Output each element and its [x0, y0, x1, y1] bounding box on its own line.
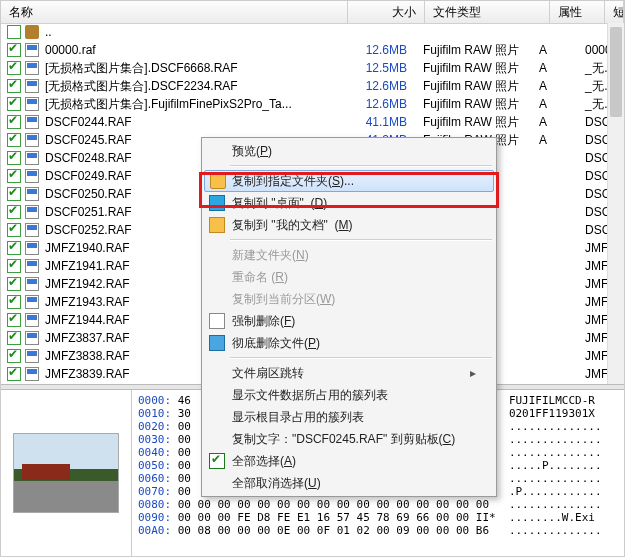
- raw-file-icon: [25, 259, 39, 273]
- checkbox[interactable]: [7, 223, 21, 237]
- checkbox[interactable]: [7, 367, 21, 381]
- checkbox[interactable]: [7, 169, 21, 183]
- raw-file-icon: [25, 115, 39, 129]
- delete-icon: [209, 313, 225, 329]
- file-type: Fujifilm RAW 照片: [415, 78, 531, 95]
- menu-preview[interactable]: 预览(P): [204, 140, 494, 162]
- column-header-name[interactable]: 名称: [1, 1, 348, 23]
- file-attr: A: [531, 61, 577, 75]
- file-row[interactable]: DSCF0244.RAF41.1MBFujifilm RAW 照片ADSCF02…: [1, 113, 624, 131]
- checkbox[interactable]: [7, 79, 21, 93]
- file-row[interactable]: [无损格式图片集合].DSCF6668.RAF12.5MBFujifilm RA…: [1, 59, 624, 77]
- file-size: 41.1MB: [347, 115, 415, 129]
- raw-file-icon: [25, 277, 39, 291]
- file-attr: A: [531, 79, 577, 93]
- file-size: 12.6MB: [347, 97, 415, 111]
- file-row[interactable]: [无损格式图片集合].DSCF2234.RAF12.6MBFujifilm RA…: [1, 77, 624, 95]
- wipe-icon: [209, 335, 225, 351]
- menu-copy-to-folder[interactable]: 复制到指定文件夹(S)...: [204, 170, 494, 192]
- checkbox[interactable]: [7, 295, 21, 309]
- file-size: 12.6MB: [347, 43, 415, 57]
- menu-copy-text[interactable]: 复制文字："DSCF0245.RAF" 到剪贴板(C): [204, 428, 494, 450]
- file-row[interactable]: [无损格式图片集合].FujifilmFinePixS2Pro_Ta...12.…: [1, 95, 624, 113]
- raw-file-icon: [25, 241, 39, 255]
- menu-deselect-all[interactable]: 全部取消选择(U): [204, 472, 494, 494]
- folder-up-icon: [25, 25, 39, 39]
- raw-file-icon: [25, 43, 39, 57]
- raw-file-icon: [25, 367, 39, 381]
- submenu-arrow-icon: ▸: [470, 366, 476, 380]
- file-name: 00000.raf: [45, 43, 347, 57]
- checkbox[interactable]: [7, 241, 21, 255]
- raw-file-icon: [25, 205, 39, 219]
- parent-dir-row[interactable]: ..: [1, 23, 624, 41]
- menu-show-file-clusters[interactable]: 显示文件数据所占用的簇列表: [204, 384, 494, 406]
- image-thumbnail: [13, 433, 119, 513]
- column-header-row: 名称 大小 文件类型 属性 短文件名: [1, 1, 624, 24]
- vertical-scrollbar[interactable]: [607, 23, 624, 386]
- checkbox-icon: [209, 453, 225, 469]
- scrollbar-thumb[interactable]: [610, 27, 622, 117]
- file-attr: A: [531, 133, 577, 147]
- file-attr: A: [531, 115, 577, 129]
- checkbox[interactable]: [7, 349, 21, 363]
- checkbox[interactable]: [7, 331, 21, 345]
- checkbox[interactable]: [7, 277, 21, 291]
- checkbox[interactable]: [7, 151, 21, 165]
- checkbox[interactable]: [7, 97, 21, 111]
- column-header-shortname[interactable]: 短文件名: [605, 1, 624, 23]
- menu-wipe-file[interactable]: 彻底删除文件(P): [204, 332, 494, 354]
- file-attr: A: [531, 97, 577, 111]
- menu-show-root-clusters[interactable]: 显示根目录占用的簇列表: [204, 406, 494, 428]
- checkbox[interactable]: [7, 115, 21, 129]
- column-header-type[interactable]: 文件类型: [425, 1, 550, 23]
- raw-file-icon: [25, 313, 39, 327]
- menu-new-folder: 新建文件夹(N): [204, 244, 494, 266]
- checkbox[interactable]: [7, 313, 21, 327]
- file-type: Fujifilm RAW 照片: [415, 42, 531, 59]
- file-name: ..: [45, 25, 347, 39]
- raw-file-icon: [25, 151, 39, 165]
- menu-copy-to-desktop[interactable]: 复制到 "桌面" (D): [204, 192, 494, 214]
- file-name: DSCF0244.RAF: [45, 115, 347, 129]
- file-row[interactable]: 00000.raf12.6MBFujifilm RAW 照片A00000.raf: [1, 41, 624, 59]
- raw-file-icon: [25, 169, 39, 183]
- checkbox[interactable]: [7, 259, 21, 273]
- menu-select-all[interactable]: 全部选择(A): [204, 450, 494, 472]
- documents-icon: [209, 217, 225, 233]
- column-header-attr[interactable]: 属性: [550, 1, 605, 23]
- raw-file-icon: [25, 79, 39, 93]
- raw-file-icon: [25, 223, 39, 237]
- column-header-size[interactable]: 大小: [348, 1, 425, 23]
- folder-icon: [210, 173, 226, 189]
- file-name: [无损格式图片集合].FujifilmFinePixS2Pro_Ta...: [45, 96, 347, 113]
- checkbox[interactable]: [7, 187, 21, 201]
- checkbox[interactable]: [7, 25, 21, 39]
- menu-copy-to-partition: 复制到当前分区(W): [204, 288, 494, 310]
- file-size: 12.6MB: [347, 79, 415, 93]
- file-name: [无损格式图片集合].DSCF6668.RAF: [45, 60, 347, 77]
- file-size: 12.5MB: [347, 61, 415, 75]
- raw-file-icon: [25, 295, 39, 309]
- checkbox[interactable]: [7, 43, 21, 57]
- menu-sector-jump[interactable]: 文件扇区跳转▸: [204, 362, 494, 384]
- file-attr: A: [531, 43, 577, 57]
- file-type: Fujifilm RAW 照片: [415, 60, 531, 77]
- menu-copy-to-documents[interactable]: 复制到 "我的文档" (M): [204, 214, 494, 236]
- raw-file-icon: [25, 61, 39, 75]
- raw-file-icon: [25, 187, 39, 201]
- menu-force-delete[interactable]: 强制删除(F): [204, 310, 494, 332]
- file-type: Fujifilm RAW 照片: [415, 114, 531, 131]
- raw-file-icon: [25, 349, 39, 363]
- checkbox[interactable]: [7, 133, 21, 147]
- raw-file-icon: [25, 97, 39, 111]
- raw-file-icon: [25, 133, 39, 147]
- file-name: [无损格式图片集合].DSCF2234.RAF: [45, 78, 347, 95]
- checkbox[interactable]: [7, 61, 21, 75]
- desktop-icon: [209, 195, 225, 211]
- thumbnail-area: [1, 390, 132, 556]
- context-menu: 预览(P) 复制到指定文件夹(S)... 复制到 "桌面" (D) 复制到 "我…: [201, 137, 497, 497]
- checkbox[interactable]: [7, 205, 21, 219]
- menu-rename: 重命名 (R): [204, 266, 494, 288]
- menu-separator: [230, 239, 492, 241]
